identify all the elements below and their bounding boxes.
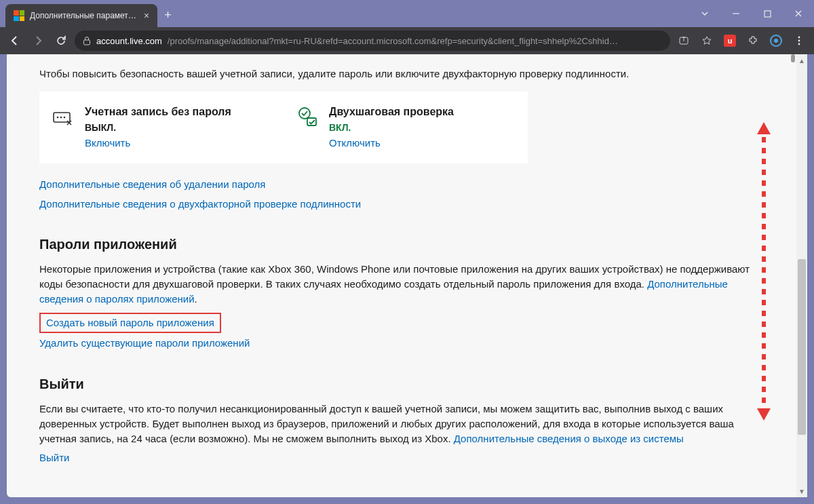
- address-bar[interactable]: account.live.com/proofs/manage/additiona…: [75, 31, 670, 51]
- svg-point-8: [798, 43, 800, 45]
- create-app-password-link[interactable]: Создать новый пароль приложения: [46, 317, 214, 328]
- back-button[interactable]: [5, 31, 24, 50]
- forward-button[interactable]: [28, 31, 47, 50]
- outer-scrollbar[interactable]: ▲ ▼: [796, 54, 807, 497]
- twostep-status: ВКЛ.: [329, 122, 454, 133]
- svg-rect-1: [764, 11, 771, 17]
- bookmark-icon[interactable]: [697, 31, 716, 50]
- twostep-title: Двухшаговая проверка: [329, 106, 454, 118]
- more-2fa-link[interactable]: Дополнительные сведения о двухфакторной …: [39, 198, 764, 210]
- svg-point-13: [299, 108, 310, 119]
- tab-close-icon[interactable]: ×: [144, 10, 149, 21]
- menu-icon[interactable]: [790, 31, 809, 50]
- passwordless-action-link[interactable]: Включить: [85, 137, 130, 149]
- window-maximize-icon[interactable]: [752, 0, 783, 27]
- create-app-password-highlight: Создать новый пароль приложения: [39, 313, 221, 333]
- double-check-icon: [296, 106, 318, 128]
- signout-link[interactable]: Выйти: [39, 452, 69, 463]
- app-passwords-heading: Пароли приложений: [39, 237, 764, 252]
- ublock-extension-icon[interactable]: u: [720, 31, 739, 50]
- scroll-down-icon[interactable]: ▼: [796, 485, 807, 497]
- url-path: /proofs/manage/additional?mkt=ru-RU&refd…: [168, 36, 618, 46]
- passwordless-status: ВЫКЛ.: [85, 122, 231, 133]
- page-viewport: Чтобы повысить безопасность вашей учетно…: [7, 54, 807, 497]
- app-passwords-section: Пароли приложений Некоторые приложения и…: [39, 237, 764, 349]
- url-domain: account.live.com: [96, 36, 162, 46]
- passwordless-title: Учетная запись без пароля: [85, 106, 231, 118]
- svg-point-10: [57, 117, 59, 119]
- svg-rect-2: [84, 40, 90, 45]
- delete-app-passwords-link[interactable]: Удалить существующие пароли приложений: [39, 337, 250, 349]
- svg-point-12: [64, 117, 66, 119]
- svg-point-11: [60, 117, 62, 119]
- scroll-up-icon[interactable]: ▲: [796, 54, 807, 66]
- signout-heading: Выйти: [39, 376, 764, 392]
- svg-rect-14: [307, 118, 316, 125]
- password-icon: [52, 106, 74, 128]
- twostep-card: Двухшаговая проверка ВКЛ. Отключить: [284, 92, 528, 163]
- reload-button[interactable]: [52, 31, 71, 50]
- svg-point-7: [798, 40, 800, 42]
- share-icon[interactable]: [674, 31, 693, 50]
- ms-favicon: [14, 10, 24, 21]
- extensions-icon[interactable]: [743, 31, 762, 50]
- app-passwords-text: Некоторые приложения и устройства (такие…: [39, 262, 764, 306]
- browser-toolbar: account.live.com/proofs/manage/additiona…: [0, 27, 814, 54]
- window-dropdown-icon[interactable]: [689, 0, 720, 27]
- signout-text: Если вы считаете, что кто-то получил нес…: [39, 402, 764, 446]
- svg-point-5: [774, 39, 778, 43]
- scroll-thumb[interactable]: [798, 259, 806, 435]
- github-extension-icon[interactable]: [767, 31, 786, 50]
- tab-title: Дополнительные параметры бе: [30, 11, 138, 20]
- new-tab-button[interactable]: +: [157, 0, 178, 27]
- inner-scrollbar[interactable]: [790, 54, 796, 497]
- window-minimize-icon[interactable]: [720, 0, 752, 27]
- browser-tab[interactable]: Дополнительные параметры бе ×: [5, 4, 157, 27]
- svg-point-6: [798, 37, 800, 39]
- window-close-icon[interactable]: [783, 0, 814, 27]
- page-content: Чтобы повысить безопасность вашей учетно…: [7, 54, 796, 497]
- passwordless-card: Учетная запись без пароля ВЫКЛ. Включить: [39, 92, 284, 163]
- window-titlebar: Дополнительные параметры бе × +: [0, 0, 814, 27]
- twostep-action-link[interactable]: Отключить: [329, 137, 381, 149]
- signout-section: Выйти Если вы считаете, что кто-то получ…: [39, 376, 764, 463]
- lock-icon: [83, 36, 91, 45]
- signout-info-link[interactable]: Дополнительные сведения о выходе из сист…: [454, 433, 684, 444]
- more-remove-password-link[interactable]: Дополнительные сведения об удалении паро…: [39, 178, 764, 190]
- intro-text: Чтобы повысить безопасность вашей учетно…: [39, 68, 764, 79]
